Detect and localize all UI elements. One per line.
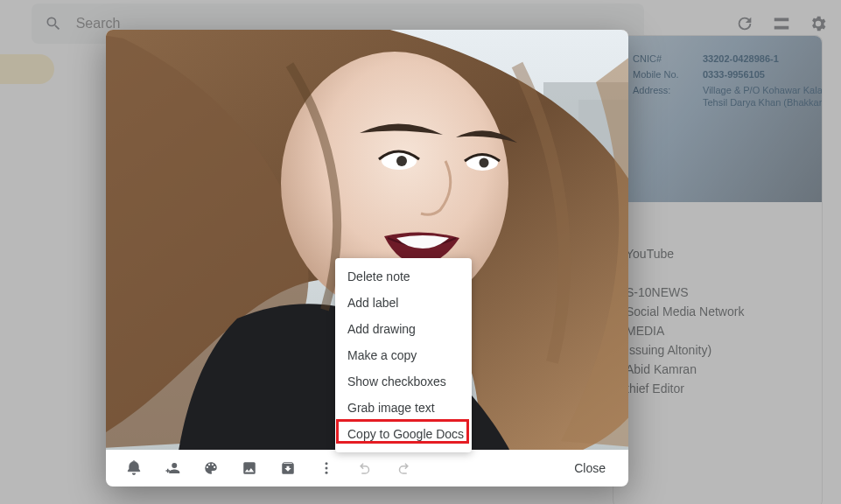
close-button[interactable]: Close [560,461,620,475]
menu-item-make-a-copy[interactable]: Make a copy [335,342,472,368]
redo-icon[interactable] [384,450,423,486]
note-toolbar: Close [106,450,628,486]
svg-point-7 [480,158,489,168]
remind-me-icon[interactable] [115,450,153,486]
menu-item-add-drawing[interactable]: Add drawing [335,316,472,342]
collaborator-icon[interactable] [153,450,192,486]
menu-item-show-checkboxes[interactable]: Show checkboxes [335,368,472,395]
menu-item-copy-to-google-docs[interactable]: Copy to Google Docs [335,421,472,447]
more-vert-icon[interactable] [307,450,346,486]
palette-icon[interactable] [192,450,230,486]
svg-point-8 [326,462,328,465]
svg-point-9 [326,467,328,470]
menu-item-add-label[interactable]: Add label [335,290,472,316]
archive-icon[interactable] [269,450,307,486]
menu-item-delete-note[interactable]: Delete note [335,263,472,290]
undo-icon[interactable] [346,450,384,486]
menu-item-grab-image-text[interactable]: Grab image text [335,395,472,421]
svg-point-5 [396,156,407,166]
more-options-menu: Delete note Add label Add drawing Make a… [335,258,472,452]
add-image-icon[interactable] [230,450,269,486]
svg-point-10 [326,472,328,474]
